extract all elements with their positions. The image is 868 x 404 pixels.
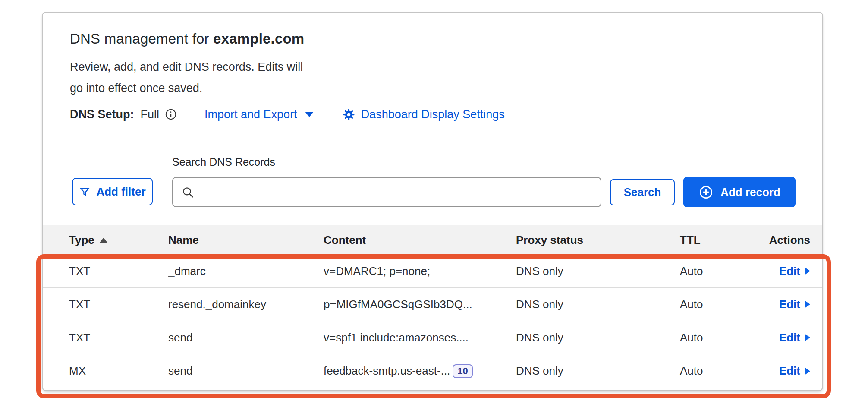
edit-link[interactable]: Edit <box>779 265 810 278</box>
add-record-button[interactable]: Add record <box>683 177 796 207</box>
cell-ttl: Auto <box>680 364 758 378</box>
record-content-text: v=spf1 include:amazonses.... <box>324 331 469 344</box>
cell-type: MX <box>69 364 168 378</box>
edit-link[interactable]: Edit <box>779 298 810 311</box>
search-button-label: Search <box>624 186 661 199</box>
cell-type: TXT <box>69 265 168 278</box>
cell-actions: Edit <box>758 331 822 344</box>
cell-type: TXT <box>69 331 168 344</box>
search-icon <box>182 186 194 199</box>
dns-setup-value: Full <box>141 108 160 121</box>
cell-proxy-status: DNS only <box>516 331 680 344</box>
dns-setup-label: DNS Setup: <box>70 108 134 121</box>
info-icon[interactable] <box>165 108 177 120</box>
sort-asc-icon <box>100 238 107 243</box>
cell-name: send <box>168 364 324 378</box>
edit-label: Edit <box>779 265 800 278</box>
dns-records-table-body: TXT _dmarc v=DMARC1; p=none; DNS only Au… <box>43 255 822 388</box>
search-box <box>172 177 601 207</box>
cell-content: v=spf1 include:amazonses.... <box>324 331 516 344</box>
dns-setup-row: DNS Setup: Full Import and Export <box>70 106 505 123</box>
edit-caret-icon <box>805 367 810 375</box>
cell-name: send <box>168 331 324 344</box>
edit-label: Edit <box>779 331 800 344</box>
edit-link[interactable]: Edit <box>779 364 810 378</box>
search-button[interactable]: Search <box>610 179 675 205</box>
import-export-label: Import and Export <box>204 108 297 121</box>
record-content-text: feedback-smtp.us-east-... <box>324 364 450 378</box>
cell-ttl: Auto <box>680 298 758 311</box>
edit-label: Edit <box>779 364 800 378</box>
cell-proxy-status: DNS only <box>516 298 680 311</box>
page-description: Review, add, and edit DNS records. Edits… <box>70 57 303 99</box>
plus-circle-icon <box>698 185 714 200</box>
add-record-label: Add record <box>720 186 780 199</box>
dashboard-settings-link[interactable]: Dashboard Display Settings <box>342 108 505 121</box>
cell-actions: Edit <box>758 265 822 278</box>
column-header-proxy-status: Proxy status <box>516 234 680 247</box>
description-line-1: Review, add, and edit DNS records. Edits… <box>70 57 303 78</box>
add-filter-label: Add filter <box>96 185 145 199</box>
column-header-ttl: TTL <box>680 234 758 247</box>
cell-type: TXT <box>69 298 168 311</box>
mx-priority-badge: 10 <box>453 364 472 378</box>
edit-caret-icon <box>805 267 810 275</box>
import-export-link[interactable]: Import and Export <box>204 108 314 121</box>
cell-ttl: Auto <box>680 331 758 344</box>
column-label-type: Type <box>69 234 94 247</box>
add-filter-button[interactable]: Add filter <box>72 178 153 205</box>
search-input[interactable] <box>200 178 601 206</box>
cell-proxy-status: DNS only <box>516 265 680 278</box>
cell-content: p=MIGfMA0GCSqGSIb3DQ... <box>324 298 516 311</box>
page-title-prefix: DNS management for <box>70 31 213 47</box>
table-row: TXT send v=spf1 include:amazonses.... DN… <box>43 321 822 354</box>
table-row: TXT _dmarc v=DMARC1; p=none; DNS only Au… <box>43 255 822 288</box>
cell-name: _dmarc <box>168 265 324 278</box>
cell-actions: Edit <box>758 364 822 378</box>
edit-caret-icon <box>805 334 810 341</box>
domain-name: example.com <box>213 31 304 47</box>
column-header-name: Name <box>168 234 324 247</box>
gear-icon <box>342 108 355 121</box>
filter-icon <box>79 186 91 198</box>
edit-link[interactable]: Edit <box>779 331 810 344</box>
description-line-2: go into effect once saved. <box>70 78 303 99</box>
table-header-row: Type Name Content Proxy status TTL Actio… <box>43 225 822 255</box>
edit-label: Edit <box>779 298 800 311</box>
cell-content: feedback-smtp.us-east-... 10 <box>324 364 516 378</box>
page-title: DNS management for example.com <box>70 31 304 47</box>
record-content-text: v=DMARC1; p=none; <box>324 265 430 278</box>
cell-ttl: Auto <box>680 265 758 278</box>
record-content-text: p=MIGfMA0GCSqGSIb3DQ... <box>324 298 472 311</box>
dns-management-card: DNS management for example.com Review, a… <box>42 12 823 391</box>
column-header-type[interactable]: Type <box>69 234 168 247</box>
dashboard-settings-label: Dashboard Display Settings <box>361 108 505 121</box>
table-row: MX send feedback-smtp.us-east-... 10 DNS… <box>43 354 822 388</box>
edit-caret-icon <box>805 300 810 308</box>
column-header-content: Content <box>324 234 516 247</box>
chevron-down-icon <box>305 112 314 117</box>
table-row: TXT resend._domainkey p=MIGfMA0GCSqGSIb3… <box>43 288 822 321</box>
cell-actions: Edit <box>758 298 822 311</box>
search-records-label: Search DNS Records <box>172 156 275 168</box>
column-header-actions: Actions <box>758 234 822 247</box>
cell-proxy-status: DNS only <box>516 364 680 378</box>
cell-content: v=DMARC1; p=none; <box>324 265 516 278</box>
cell-name: resend._domainkey <box>168 298 324 311</box>
